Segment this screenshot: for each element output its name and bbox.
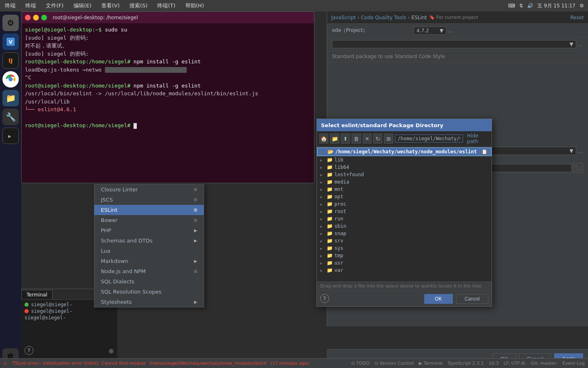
minimize-button[interactable] [33,15,39,20]
status-typescript[interactable]: TypeScript 2.3.1 [448,361,484,366]
dir-item-snap[interactable]: ▶ 📁 snap [317,230,492,237]
folder-proc: 📁 [327,201,333,207]
ctx-lua[interactable]: Lua [94,246,204,256]
cancel-btn[interactable]: ✕ [363,134,372,144]
ctx-stylesheets[interactable]: Stylesheets ▶ [94,297,204,307]
jscs-icon: ⊞ [194,197,197,202]
svg-text:▶: ▶ [8,133,11,139]
additional-more-btn[interactable]: … [578,148,583,154]
new-folder-btn[interactable]: 📁 [330,134,339,144]
event-log[interactable]: Event Log [562,361,585,366]
dir-cancel-button[interactable]: Cancel [456,294,488,304]
terminal-text-1: siegel@siegel- [31,302,72,307]
bottom-help-btn[interactable]: ? [24,346,33,355]
help-button[interactable]: ? [320,294,329,303]
terminal-line-2: siegel@siegel- [24,308,114,314]
menu-help[interactable]: 帮助(H) [180,0,209,11]
ctx-bower[interactable]: Bower ⊞ [94,215,204,225]
status-right: ⊙ TODO ⊙ Version Control ▶ Terminal Type… [351,361,585,366]
ctx-eslint[interactable]: ESLint ⊞ [94,205,204,215]
extra-action-btn[interactable]: ⬛ [573,163,583,173]
bc-code-quality[interactable]: Code Quality Tools [361,15,406,20]
version-more-btn[interactable]: … [448,27,453,34]
dock-icon-system[interactable]: ⚙ [2,15,19,31]
dir-item-proc[interactable]: ▶ 📁 proc [317,200,492,208]
ctx-sql-resolution[interactable]: SQL Resolution Scopes [94,287,204,297]
hide-path-btn[interactable]: Hide path [467,133,489,144]
dir-item-lib[interactable]: ▶ 📁 lib [317,156,492,164]
ctx-markdown[interactable]: Markdown ▶ [94,256,204,266]
dir-item-lib64[interactable]: ▶ 📁 lib64 [317,164,492,171]
dir-item-sys[interactable]: ▶ 📁 sys [317,245,492,252]
status-todo[interactable]: ⊙ TODO [351,361,370,366]
closure-icon: ⊞ [194,187,197,192]
dock-icon-files[interactable]: 📁 [2,90,19,106]
menu-view[interactable]: 查看(V) [96,0,125,11]
dir-item-sbin[interactable]: ▶ 📁 sbin [317,222,492,230]
dir-item-mnt[interactable]: ▶ 📁 mnt [317,186,492,193]
status-terminal[interactable]: ▶ Terminal [419,361,443,366]
folder-lib64: 📁 [327,164,333,170]
bottom-expand-icon[interactable]: ⊕ [109,347,114,355]
status-version-control[interactable]: ⊙ Version Control [374,361,414,366]
close-button[interactable] [25,15,31,20]
ctx-schemas[interactable]: Schemas and DTDs ▶ [94,236,204,246]
delete-btn[interactable]: 🗑 [352,134,361,144]
ctx-nodejs[interactable]: Node.js and NPM ⊞ [94,266,204,276]
ctx-closure-linter[interactable]: Closure Linter ⊞ [94,184,204,195]
menu-edit[interactable]: 编辑(E) [69,0,96,11]
dir-item-tmp[interactable]: ▶ 📁 tmp [317,252,492,259]
dock-icon-chrome[interactable] [2,71,19,88]
menu-terminal1[interactable]: 终端 [0,0,20,11]
arrow-mnt: ▶ [320,187,325,192]
dir-item-run[interactable]: ▶ 📁 run [317,215,492,222]
keyboard-icon: ⌨ [508,3,515,9]
dir-item-srv[interactable]: ▶ 📁 srv [317,237,492,245]
dir-ok-button[interactable]: OK [424,294,453,304]
terminal-line-3: siegel@siegel- [24,314,114,321]
menu-terminal3[interactable]: 终端(T) [152,0,180,11]
home-btn[interactable]: 🏠 [319,134,328,144]
folder-tmp: 📁 [327,253,333,258]
dock-icon-vbox[interactable]: V [2,34,19,50]
dir-item-lostfound[interactable]: ▶ 📁 lost+found [317,171,492,178]
tab-terminal[interactable]: Terminal [21,290,53,299]
dock-icon-intellij[interactable]: IJ [2,52,19,69]
menu-file[interactable]: 文件(F) [41,0,69,11]
menu-terminal2[interactable]: 终端 [20,0,41,11]
bc-javascript[interactable]: JavaScript [331,15,356,20]
term-icon: ▶ [419,361,422,366]
grid-btn[interactable]: ⊞ [384,134,393,144]
scope-dropdown[interactable]: ▼ [332,40,576,48]
terminal-body[interactable]: siegel@siegel-desktop:~$ sudo su [sudo] … [22,23,314,183]
dir-item-var[interactable]: ▶ 📁 var [317,267,492,274]
schemas-arrow-icon: ▶ [194,238,197,243]
dir-item-opt[interactable]: ▶ 📁 opt [317,193,492,200]
refresh-btn[interactable]: ↻ [373,134,382,144]
dir-item-usr[interactable]: ▶ 📁 usr [317,259,492,267]
maximize-button[interactable] [41,15,47,20]
folder-opt: 📁 [327,194,333,200]
bc-scope: 🔖 For current project [429,15,478,20]
status-green-1 [24,303,29,307]
menu-search[interactable]: 搜索(S) [125,0,152,11]
dir-tree-root[interactable]: ▶ 📂 /home/siegel/Wechaty/wechaty/node_mo… [317,147,492,156]
dock-icon-settings[interactable]: 🔧 [2,109,19,125]
terminal-cursor [134,123,137,129]
folder-up-btn[interactable]: ⬆ [341,134,350,144]
dir-item-media[interactable]: ▶ 📁 media [317,178,492,186]
status-red-1 [24,309,29,313]
root-prompt3: root@siegel-desktop:/home/siegel# [25,122,130,128]
ctx-jscs[interactable]: JSCS ⊞ [94,195,204,205]
dir-tree[interactable]: ▶ 📂 /home/siegel/Wechaty/wechaty/node_mo… [317,146,492,281]
dir-path-input[interactable] [395,135,463,143]
terminal-text-2: siegel@siegel- [31,308,72,314]
reset-button[interactable]: Reset [570,15,584,20]
root-prompt2: root@siegel-desktop:/home/siegel# [25,83,130,89]
ctx-php[interactable]: PHP ▶ [94,225,204,236]
version-dropdown[interactable]: 4.7.2 ▼ [414,27,446,35]
dir-item-root[interactable]: ▶ 📁 root [317,208,492,215]
ctx-sql-dialects[interactable]: SQL Dialects [94,276,204,287]
scope-more-btn[interactable]: … [578,41,583,47]
dock-icon-terminal[interactable]: ▶ [2,128,19,144]
